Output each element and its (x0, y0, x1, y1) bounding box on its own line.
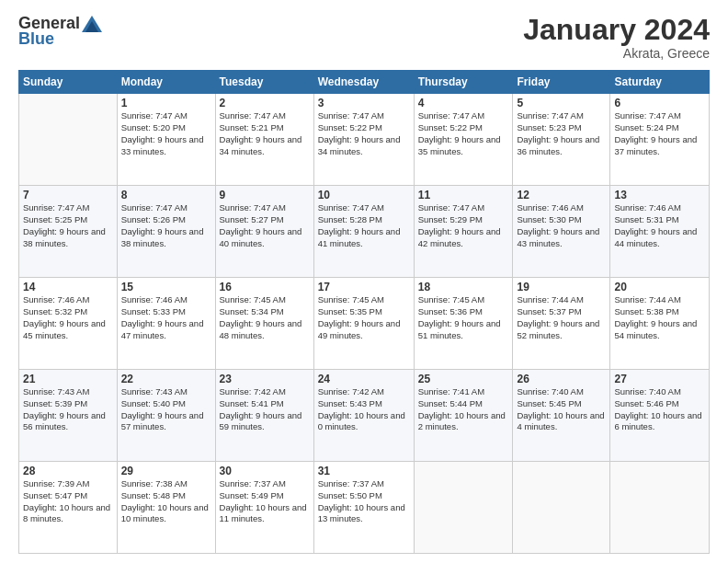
day-detail: Sunrise: 7:47 AMSunset: 5:22 PMDaylight:… (318, 110, 410, 157)
calendar-cell: 11Sunrise: 7:47 AMSunset: 5:29 PMDayligh… (414, 186, 513, 278)
day-number: 26 (517, 373, 606, 385)
day-number: 7 (23, 189, 113, 201)
day-number: 29 (121, 465, 211, 477)
calendar-cell: 19Sunrise: 7:44 AMSunset: 5:37 PMDayligh… (513, 278, 610, 370)
calendar-cell: 13Sunrise: 7:46 AMSunset: 5:31 PMDayligh… (610, 186, 710, 278)
day-detail: Sunrise: 7:47 AMSunset: 5:21 PMDaylight:… (220, 110, 310, 157)
day-number: 20 (614, 281, 705, 293)
calendar-cell: 24Sunrise: 7:42 AMSunset: 5:43 PMDayligh… (313, 370, 414, 462)
calendar-cell: 8Sunrise: 7:47 AMSunset: 5:26 PMDaylight… (117, 186, 215, 278)
day-detail: Sunrise: 7:47 AMSunset: 5:27 PMDaylight:… (220, 202, 310, 249)
calendar-week-row: 21Sunrise: 7:43 AMSunset: 5:39 PMDayligh… (19, 370, 710, 462)
day-number: 27 (614, 373, 705, 385)
day-detail: Sunrise: 7:47 AMSunset: 5:26 PMDaylight:… (121, 202, 211, 249)
calendar-cell: 5Sunrise: 7:47 AMSunset: 5:23 PMDaylight… (513, 94, 610, 186)
calendar-cell: 18Sunrise: 7:45 AMSunset: 5:36 PMDayligh… (414, 278, 513, 370)
day-detail: Sunrise: 7:46 AMSunset: 5:33 PMDaylight:… (121, 294, 211, 341)
day-detail: Sunrise: 7:43 AMSunset: 5:39 PMDaylight:… (23, 386, 113, 433)
day-number: 19 (517, 281, 606, 293)
calendar-cell: 31Sunrise: 7:37 AMSunset: 5:50 PMDayligh… (313, 462, 414, 554)
day-number: 24 (318, 373, 410, 385)
day-detail: Sunrise: 7:44 AMSunset: 5:37 PMDaylight:… (517, 294, 606, 341)
day-detail: Sunrise: 7:38 AMSunset: 5:48 PMDaylight:… (121, 478, 211, 525)
day-detail: Sunrise: 7:39 AMSunset: 5:47 PMDaylight:… (23, 478, 113, 525)
day-detail: Sunrise: 7:47 AMSunset: 5:24 PMDaylight:… (614, 110, 705, 157)
weekday-header-friday: Friday (513, 71, 610, 94)
day-number: 30 (220, 465, 310, 477)
calendar-cell: 2Sunrise: 7:47 AMSunset: 5:21 PMDaylight… (215, 94, 313, 186)
day-number: 3 (318, 97, 410, 109)
day-number: 6 (614, 97, 705, 109)
calendar-cell: 14Sunrise: 7:46 AMSunset: 5:32 PMDayligh… (19, 278, 118, 370)
day-number: 25 (418, 373, 509, 385)
day-number: 23 (220, 373, 310, 385)
day-detail: Sunrise: 7:46 AMSunset: 5:32 PMDaylight:… (23, 294, 113, 341)
weekday-header-thursday: Thursday (414, 71, 513, 94)
day-detail: Sunrise: 7:47 AMSunset: 5:22 PMDaylight:… (418, 110, 509, 157)
day-detail: Sunrise: 7:42 AMSunset: 5:43 PMDaylight:… (318, 386, 410, 433)
weekday-header-monday: Monday (117, 71, 215, 94)
day-detail: Sunrise: 7:37 AMSunset: 5:50 PMDaylight:… (318, 478, 410, 525)
day-detail: Sunrise: 7:47 AMSunset: 5:25 PMDaylight:… (23, 202, 113, 249)
day-number: 5 (517, 97, 606, 109)
day-number: 15 (121, 281, 211, 293)
calendar-cell: 1Sunrise: 7:47 AMSunset: 5:20 PMDaylight… (117, 94, 215, 186)
day-detail: Sunrise: 7:40 AMSunset: 5:46 PMDaylight:… (614, 386, 705, 433)
day-detail: Sunrise: 7:41 AMSunset: 5:44 PMDaylight:… (418, 386, 509, 433)
calendar-cell (513, 462, 610, 554)
calendar-table: SundayMondayTuesdayWednesdayThursdayFrid… (18, 70, 710, 554)
header: General Blue January 2024 Akrata, Greece (18, 14, 710, 61)
calendar-cell: 23Sunrise: 7:42 AMSunset: 5:41 PMDayligh… (215, 370, 313, 462)
calendar-cell: 17Sunrise: 7:45 AMSunset: 5:35 PMDayligh… (313, 278, 414, 370)
calendar-cell: 28Sunrise: 7:39 AMSunset: 5:47 PMDayligh… (19, 462, 118, 554)
calendar-cell: 22Sunrise: 7:43 AMSunset: 5:40 PMDayligh… (117, 370, 215, 462)
calendar-cell: 15Sunrise: 7:46 AMSunset: 5:33 PMDayligh… (117, 278, 215, 370)
day-number: 17 (318, 281, 410, 293)
day-detail: Sunrise: 7:45 AMSunset: 5:34 PMDaylight:… (220, 294, 310, 341)
day-number: 2 (220, 97, 310, 109)
day-number: 16 (220, 281, 310, 293)
day-number: 31 (318, 465, 410, 477)
day-detail: Sunrise: 7:42 AMSunset: 5:41 PMDaylight:… (220, 386, 310, 433)
day-number: 12 (517, 189, 606, 201)
title-area: January 2024 Akrata, Greece (523, 14, 710, 61)
day-detail: Sunrise: 7:45 AMSunset: 5:35 PMDaylight:… (318, 294, 410, 341)
day-number: 22 (121, 373, 211, 385)
calendar-week-row: 14Sunrise: 7:46 AMSunset: 5:32 PMDayligh… (19, 278, 710, 370)
logo-icon (82, 16, 102, 32)
day-number: 4 (418, 97, 509, 109)
page: General Blue January 2024 Akrata, Greece… (0, 0, 728, 563)
day-number: 11 (418, 189, 509, 201)
calendar-cell (610, 462, 710, 554)
calendar-week-row: 7Sunrise: 7:47 AMSunset: 5:25 PMDaylight… (19, 186, 710, 278)
day-number: 9 (220, 189, 310, 201)
day-number: 21 (23, 373, 113, 385)
calendar-cell: 29Sunrise: 7:38 AMSunset: 5:48 PMDayligh… (117, 462, 215, 554)
day-detail: Sunrise: 7:44 AMSunset: 5:38 PMDaylight:… (614, 294, 705, 341)
day-detail: Sunrise: 7:45 AMSunset: 5:36 PMDaylight:… (418, 294, 509, 341)
calendar-cell: 16Sunrise: 7:45 AMSunset: 5:34 PMDayligh… (215, 278, 313, 370)
calendar-cell: 12Sunrise: 7:46 AMSunset: 5:30 PMDayligh… (513, 186, 610, 278)
day-detail: Sunrise: 7:37 AMSunset: 5:49 PMDaylight:… (220, 478, 310, 525)
calendar-cell: 27Sunrise: 7:40 AMSunset: 5:46 PMDayligh… (610, 370, 710, 462)
calendar-cell: 21Sunrise: 7:43 AMSunset: 5:39 PMDayligh… (19, 370, 118, 462)
calendar-cell: 6Sunrise: 7:47 AMSunset: 5:24 PMDaylight… (610, 94, 710, 186)
day-number: 10 (318, 189, 410, 201)
day-number: 14 (23, 281, 113, 293)
day-detail: Sunrise: 7:47 AMSunset: 5:29 PMDaylight:… (418, 202, 509, 249)
calendar-week-row: 28Sunrise: 7:39 AMSunset: 5:47 PMDayligh… (19, 462, 710, 554)
day-detail: Sunrise: 7:47 AMSunset: 5:20 PMDaylight:… (121, 110, 211, 157)
day-number: 1 (121, 97, 211, 109)
day-number: 8 (121, 189, 211, 201)
calendar-cell: 26Sunrise: 7:40 AMSunset: 5:45 PMDayligh… (513, 370, 610, 462)
logo-blue: Blue (18, 29, 54, 49)
day-number: 28 (23, 465, 113, 477)
day-number: 13 (614, 189, 705, 201)
logo: General Blue (18, 14, 102, 49)
weekday-header-row: SundayMondayTuesdayWednesdayThursdayFrid… (19, 71, 710, 94)
calendar-cell: 10Sunrise: 7:47 AMSunset: 5:28 PMDayligh… (313, 186, 414, 278)
calendar-cell: 20Sunrise: 7:44 AMSunset: 5:38 PMDayligh… (610, 278, 710, 370)
calendar-cell (19, 94, 118, 186)
day-detail: Sunrise: 7:43 AMSunset: 5:40 PMDaylight:… (121, 386, 211, 433)
day-detail: Sunrise: 7:47 AMSunset: 5:28 PMDaylight:… (318, 202, 410, 249)
